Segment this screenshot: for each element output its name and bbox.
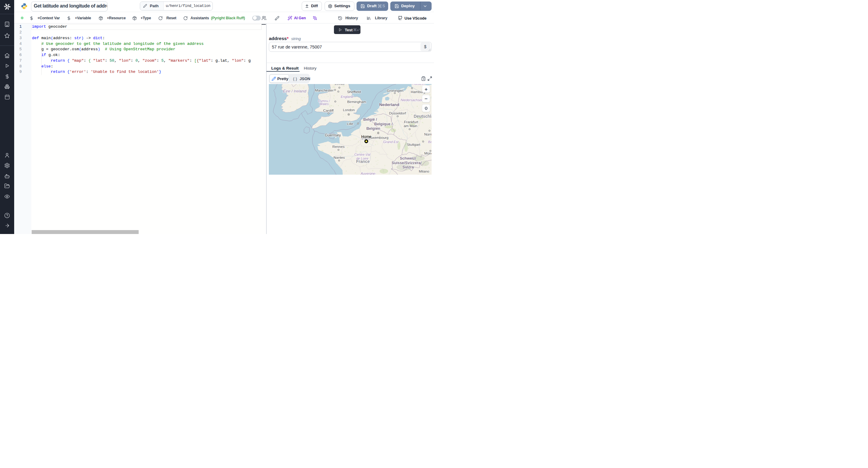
svg-text:am Main: am Main bbox=[404, 124, 417, 128]
svg-text:Frankfurt: Frankfurt bbox=[404, 120, 418, 124]
svg-text:Éire / Ireland: Éire / Ireland bbox=[283, 89, 307, 93]
svg-text:Luxembourg: Luxembourg bbox=[369, 136, 389, 140]
svg-text:Milano: Milano bbox=[418, 169, 429, 173]
svg-text:Schweiz/: Schweiz/ bbox=[400, 156, 416, 161]
svg-text:Home: Home bbox=[361, 135, 372, 139]
svg-text:Grand Est: Grand Est bbox=[383, 140, 399, 144]
svg-text:France: France bbox=[356, 159, 370, 164]
svg-text:London: London bbox=[343, 108, 355, 112]
svg-text:Nederland: Nederland bbox=[379, 102, 399, 107]
svg-text:Auvergne-: Auvergne- bbox=[361, 172, 376, 175]
svg-text:Cardiff: Cardiff bbox=[323, 108, 334, 113]
svg-text:Nantes: Nantes bbox=[334, 156, 345, 160]
svg-text:Bay: Bay bbox=[428, 140, 432, 144]
svg-text:Sheffield: Sheffield bbox=[347, 90, 361, 94]
svg-text:Leeds: Leeds bbox=[335, 84, 344, 86]
svg-text:Svizra: Svizra bbox=[402, 165, 414, 169]
svg-text:Düsseldorf: Düsseldorf bbox=[389, 111, 406, 115]
svg-text:Belgien: Belgien bbox=[366, 126, 380, 131]
svg-text:Lille: Lille bbox=[347, 122, 353, 126]
svg-text:Nürnberg: Nürnberg bbox=[424, 132, 432, 136]
svg-text:België /: België / bbox=[363, 117, 377, 122]
svg-text:Belgique /: Belgique / bbox=[374, 122, 393, 126]
svg-text:Niedersachsen: Niedersachsen bbox=[401, 98, 423, 102]
svg-text:Centre-Val: Centre-Val bbox=[354, 153, 370, 156]
svg-text:Birmingham: Birmingham bbox=[347, 100, 366, 104]
svg-text:Wales: Wales bbox=[319, 102, 329, 106]
svg-text:Groningen: Groningen bbox=[387, 89, 403, 93]
svg-text:Deutschland: Deutschland bbox=[414, 114, 432, 119]
svg-text:Stuttgart: Stuttgart bbox=[407, 142, 421, 147]
svg-text:Guernsey: Guernsey bbox=[325, 133, 341, 137]
svg-text:England: England bbox=[341, 95, 353, 98]
svg-text:Rennes: Rennes bbox=[333, 144, 345, 149]
svg-text:Suisse/Svizzera/: Suisse/Svizzera/ bbox=[392, 161, 422, 165]
svg-text:Manchester: Manchester bbox=[315, 88, 334, 93]
